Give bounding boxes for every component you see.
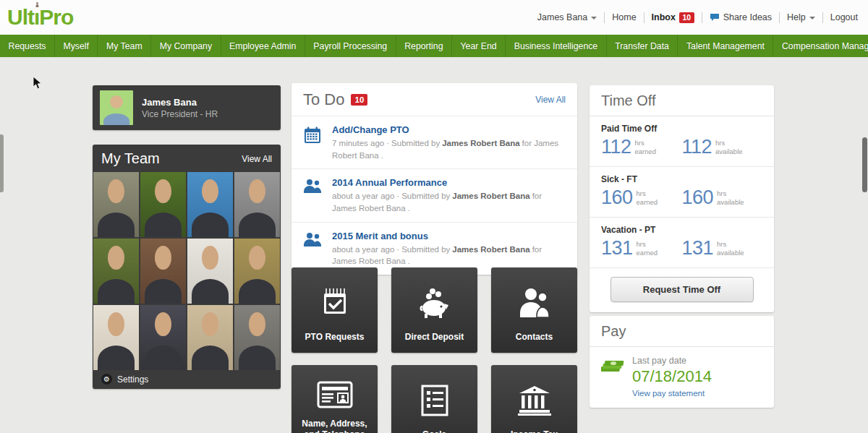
nav-item-business-intelligence[interactable]: Business Intelligence — [506, 35, 607, 57]
tile-contacts[interactable]: Contacts — [491, 267, 577, 353]
team-member-photo[interactable] — [93, 172, 139, 237]
team-member-photo[interactable] — [187, 239, 233, 304]
tile-label: Goals — [418, 429, 451, 433]
mouse-cursor — [33, 76, 42, 90]
inbox-link[interactable]: Inbox 10 — [652, 12, 694, 23]
calendar-check-icon — [319, 267, 351, 332]
team-member-photo[interactable] — [93, 305, 139, 370]
nav-item-requests[interactable]: Requests — [0, 35, 55, 57]
team-member-photo[interactable] — [187, 172, 233, 237]
todo-item-title[interactable]: 2014 Annual Performance — [332, 177, 566, 188]
earned-hours: 160 hrsearned — [601, 187, 682, 209]
earned-hours: 131 hrsearned — [601, 237, 682, 260]
pay-header: Pay — [590, 316, 774, 347]
logo-i: ı — [34, 7, 39, 28]
nav-item-compensation-management[interactable]: Compensation Management — [773, 35, 868, 57]
nav-item-year-end[interactable]: Year End — [452, 35, 506, 57]
main-nav: Requests Myself My Team My Company Emplo… — [0, 35, 868, 57]
time-off-values: 131 hrsearned 131 hrsavailable — [601, 237, 762, 260]
nav-item-transfer-data[interactable]: Transfer Data — [607, 35, 678, 57]
todo-item-title[interactable]: 2015 Merit and bonus — [332, 231, 566, 241]
tile-pto-requests[interactable]: PTO Requests — [292, 267, 378, 353]
view-pay-statement-link[interactable]: View pay statement — [632, 389, 712, 398]
todo-item-body: 2014 Annual Performance about a year ago… — [332, 177, 566, 214]
tile-direct-deposit[interactable]: Direct Deposit — [391, 267, 477, 353]
bank-icon — [518, 365, 551, 429]
tile-label: Name, Address, and Telephone — [292, 419, 378, 433]
nav-item-my-team[interactable]: My Team — [98, 35, 151, 57]
left-panel-handle[interactable] — [0, 134, 4, 192]
user-menu-label: James Bana — [537, 12, 587, 22]
pay-body: Last pay date 07/18/2014 View pay statem… — [590, 347, 774, 408]
home-link[interactable]: Home — [612, 12, 636, 22]
id-card-icon — [317, 365, 353, 419]
tile-name-address-telephone[interactable]: Name, Address, and Telephone — [292, 365, 378, 433]
calendar-icon — [303, 124, 323, 161]
piggy-bank-icon — [417, 267, 453, 332]
time-off-values: 112 hrsearned 112 hrsavailable — [601, 136, 762, 158]
inbox-count-badge: 10 — [679, 12, 694, 23]
tile-goals[interactable]: Goals — [391, 365, 477, 433]
top-bar: UltıPro James Bana Home Inbox 10 Share I… — [0, 0, 868, 35]
team-photo-grid — [93, 172, 281, 370]
person-icon — [35, 2, 40, 7]
todo-count-badge: 10 — [351, 94, 367, 106]
earned-value: 131 — [601, 237, 633, 260]
tile-income-tax[interactable]: Income Tax — [491, 365, 577, 433]
earned-unit: hrsearned — [637, 189, 658, 206]
available-value: 160 — [682, 187, 714, 209]
avatar — [100, 90, 133, 125]
team-member-photo[interactable] — [187, 305, 233, 370]
people-icon — [518, 267, 551, 332]
request-time-off-button[interactable]: Request Time Off — [610, 277, 754, 302]
scrollbar-thumb[interactable] — [862, 137, 867, 192]
todo-item-title[interactable]: Add/Change PTO — [332, 124, 566, 135]
help-menu[interactable]: Help — [787, 12, 815, 22]
todo-item-meta: about a year ago·Submitted byJames Rober… — [332, 244, 566, 267]
team-member-photo[interactable] — [140, 172, 186, 237]
team-member-photo[interactable] — [140, 239, 186, 304]
todo-item[interactable]: 2014 Annual Performance about a year ago… — [292, 168, 577, 221]
ultipro-logo[interactable]: UltıPro — [7, 7, 73, 28]
team-member-photo[interactable] — [140, 305, 186, 370]
time-off-header: Time Off — [590, 85, 774, 116]
my-team-settings[interactable]: ⚙ Settings — [93, 370, 281, 389]
team-member-photo[interactable] — [93, 239, 139, 304]
nav-item-talent-management[interactable]: Talent Management — [678, 35, 773, 57]
nav-item-payroll-processing[interactable]: Payroll Processing — [305, 35, 396, 57]
divider — [779, 12, 780, 23]
divider — [822, 12, 823, 23]
todo-item-meta: about a year ago·Submitted byJames Rober… — [332, 190, 566, 214]
time-off-footer: Request Time Off — [590, 268, 774, 312]
nav-item-reporting[interactable]: Reporting — [396, 35, 452, 57]
time-off-card: Time Off Paid Time Off 112 hrsearned 112… — [590, 85, 774, 312]
todo-item[interactable]: Add/Change PTO 7 minutes ago·Submitted b… — [292, 116, 577, 168]
available-hours: 160 hrsavailable — [682, 187, 763, 209]
team-member-photo[interactable] — [234, 239, 280, 304]
my-team-header: My Team View All — [93, 145, 281, 172]
share-ideas-link[interactable]: Share Ideas — [710, 12, 772, 22]
todo-item-body: Add/Change PTO 7 minutes ago·Submitted b… — [332, 124, 566, 161]
settings-label: Settings — [117, 374, 148, 385]
logo-text-prefix: Ult — [7, 7, 34, 28]
user-menu[interactable]: James Bana — [537, 12, 597, 22]
my-team-title: My Team — [101, 150, 160, 167]
logout-link[interactable]: Logout — [830, 12, 858, 22]
chevron-down-icon — [591, 17, 597, 20]
nav-item-my-company[interactable]: My Company — [151, 35, 221, 57]
tile-label: PTO Requests — [301, 332, 369, 353]
available-unit: hrsavailable — [715, 139, 743, 155]
todo-item-meta: 7 minutes ago·Submitted byJames Robert B… — [332, 137, 566, 161]
nav-item-myself[interactable]: Myself — [55, 35, 98, 57]
pay-info: Last pay date 07/18/2014 View pay statem… — [632, 356, 712, 398]
team-member-photo[interactable] — [234, 305, 280, 370]
team-member-photo[interactable] — [234, 172, 280, 237]
my-team-card: My Team View All ⚙ Settings — [93, 145, 281, 389]
todo-view-all-link[interactable]: View All — [535, 95, 566, 105]
nav-item-employee-admin[interactable]: Employee Admin — [221, 35, 305, 57]
time-off-type-label: Sick - FT — [601, 174, 762, 184]
checklist-icon — [420, 365, 449, 429]
profile-card[interactable]: James Bana Vice President - HR — [93, 85, 281, 130]
chevron-down-icon — [809, 17, 815, 20]
my-team-view-all-link[interactable]: View All — [242, 154, 272, 164]
